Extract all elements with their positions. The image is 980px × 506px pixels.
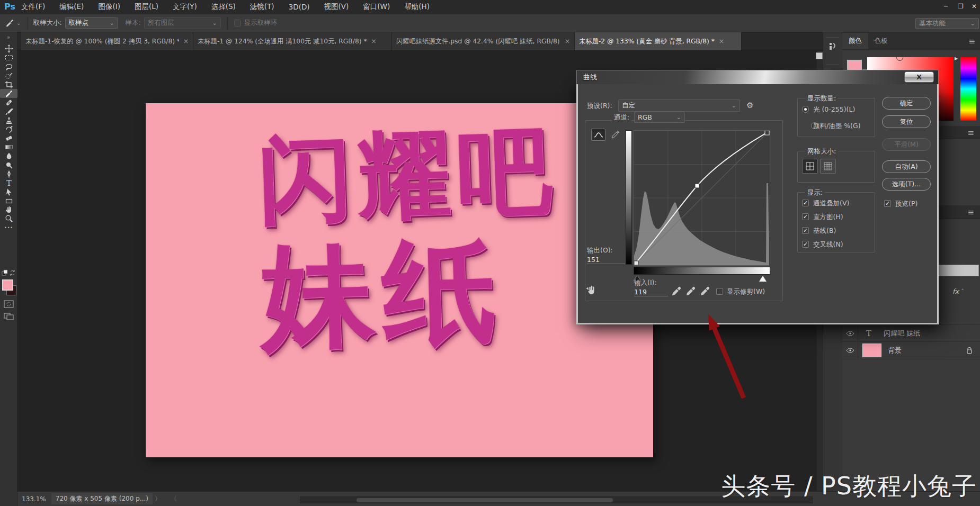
large-grid-button-selected[interactable] — [802, 159, 818, 174]
document-tab-3[interactable]: 闪耀吧妹纸源文件.psd @ 42.4% (闪耀吧 妹纸, RGB/8) *× — [392, 32, 575, 50]
fx-icon[interactable]: fx — [952, 287, 959, 295]
gray-point-eyedropper[interactable] — [685, 284, 696, 296]
document-tab-1[interactable]: 未标题-1-恢复的 @ 100% (椭圆 2 拷贝 3, RGB/8) *× — [21, 32, 193, 50]
histogram-checkbox[interactable]: ✓ — [802, 213, 809, 220]
quick-mask-icon[interactable] — [4, 300, 14, 308]
screen-mode-icon[interactable] — [4, 312, 14, 320]
edit-toolbar-ellipsis-icon[interactable]: ••• — [0, 223, 17, 232]
layer-name[interactable]: 闪耀吧 妹纸 — [884, 329, 920, 338]
spot-healing-brush-tool[interactable] — [0, 98, 17, 107]
layer-row-text[interactable]: T 闪耀吧 妹纸 — [842, 324, 980, 342]
color-panel-menu-icon[interactable]: ≡ — [968, 37, 975, 46]
panel-menu-icon[interactable]: ≡ — [967, 128, 974, 138]
hue-ramp[interactable] — [960, 57, 976, 121]
foreground-color-swatch[interactable] — [2, 279, 13, 291]
sample-size-dropdown[interactable]: 取样点⌄ — [65, 17, 118, 29]
menu-image[interactable]: 图像(I) — [98, 2, 120, 12]
tab-close-icon[interactable]: × — [565, 38, 570, 45]
tab-color[interactable]: 颜色 — [842, 33, 868, 49]
layer-visibility-toggle[interactable] — [842, 342, 858, 359]
fx-collapse-icon[interactable]: ˄ — [961, 288, 964, 295]
tab-swatches[interactable]: 色板 — [868, 33, 894, 49]
pencil-mode-button[interactable] — [608, 129, 622, 141]
layer-visibility-toggle[interactable] — [842, 325, 858, 341]
tool-preset-arrow-icon[interactable]: ⌄ — [16, 20, 21, 26]
scrollbar-top-button[interactable] — [816, 52, 823, 59]
history-panel-icon[interactable] — [826, 40, 840, 53]
pen-tool[interactable] — [0, 169, 17, 178]
preview-checkbox[interactable]: ✓ — [884, 200, 891, 207]
targeted-adjustment-tool[interactable] — [585, 283, 598, 296]
menu-type[interactable]: 文字(Y) — [173, 2, 197, 12]
default-colors-and-swap-icons[interactable] — [2, 269, 16, 277]
crop-tool[interactable] — [0, 80, 17, 89]
channel-dropdown[interactable]: RGB⌄ — [634, 112, 685, 123]
intersection-line-checkbox[interactable]: ✓ — [802, 241, 809, 248]
menu-select[interactable]: 选择(S) — [211, 2, 236, 12]
show-clipping-checkbox[interactable] — [716, 288, 723, 295]
zoom-tool[interactable] — [0, 214, 17, 223]
layer-row-background[interactable]: 背景 — [842, 342, 980, 359]
dialog-close-button[interactable]: X — [904, 71, 934, 83]
workspace-dropdown[interactable]: 基本功能⌄ — [915, 18, 979, 29]
menu-filter[interactable]: 滤镜(T) — [250, 2, 274, 12]
channel-overlays-checkbox[interactable]: ✓ — [802, 200, 809, 206]
input-value[interactable]: 119 — [634, 288, 668, 296]
reset-button[interactable]: 复位 — [882, 115, 931, 128]
white-point-slider[interactable] — [759, 276, 767, 282]
brush-tool[interactable] — [0, 107, 17, 116]
path-selection-tool[interactable] — [0, 187, 17, 196]
layer-thumbnail[interactable] — [862, 344, 881, 357]
document-info-arrow-icon[interactable]: 〉 — [155, 494, 161, 503]
curve-mode-button-selected[interactable] — [591, 129, 605, 141]
menu-file[interactable]: 文件(F) — [21, 2, 45, 12]
menu-window[interactable]: 窗口(W) — [363, 2, 390, 12]
curve-plot-area[interactable] — [634, 130, 770, 266]
preset-options-gear-icon[interactable]: ⚙ — [746, 101, 753, 110]
menu-help[interactable]: 帮助(H) — [404, 2, 430, 12]
window-close-icon[interactable]: ✕ — [972, 3, 977, 10]
tab-close-icon[interactable]: × — [719, 38, 724, 45]
preset-dropdown[interactable]: 自定⌄ — [618, 100, 740, 112]
dodge-tool[interactable] — [0, 161, 17, 170]
move-tool[interactable] — [0, 44, 17, 53]
black-point-eyedropper[interactable] — [671, 284, 681, 296]
document-tab-4-active[interactable]: 未标题-2 @ 133% (黄金 磨砂 背景, RGB/8) *× — [575, 32, 742, 50]
auto-button[interactable]: 自动(A) — [882, 160, 931, 173]
history-brush-tool[interactable] — [0, 125, 17, 134]
active-tool-eyedropper-icon[interactable] — [5, 19, 14, 28]
color-field-picker[interactable] — [896, 54, 903, 61]
clone-stamp-tool[interactable] — [0, 116, 17, 125]
zoom-level[interactable]: 133.1% — [22, 495, 46, 503]
gradient-tool[interactable] — [0, 143, 17, 152]
quick-selection-tool[interactable] — [0, 71, 17, 80]
hand-tool[interactable] — [0, 205, 17, 214]
menu-layer[interactable]: 图层(L) — [135, 2, 158, 12]
curves-dialog-titlebar[interactable]: 曲线 X — [576, 70, 939, 84]
document-tab-2[interactable]: 未标题-1 @ 124% (全场通用 满100元 减10元, RGB/8) *× — [193, 32, 392, 50]
tab-close-icon[interactable]: × — [371, 38, 377, 45]
options-button[interactable]: 选项(T)... — [882, 178, 931, 191]
eyedropper-tool-selected[interactable] — [0, 89, 17, 98]
small-grid-button[interactable] — [820, 159, 836, 174]
blur-tool[interactable] — [0, 152, 17, 161]
tab-close-icon[interactable]: × — [183, 38, 189, 45]
horizontal-scrollbar-thumb[interactable] — [357, 498, 613, 502]
eraser-tool[interactable] — [0, 134, 17, 143]
layer-name[interactable]: 背景 — [888, 346, 902, 355]
menu-edit[interactable]: 编辑(E) — [59, 2, 84, 12]
lasso-tool[interactable] — [0, 62, 17, 71]
white-point-eyedropper[interactable] — [700, 284, 710, 296]
output-value[interactable]: 151 — [587, 256, 625, 264]
menu-view[interactable]: 视图(V) — [324, 2, 349, 12]
toolbar-collapse-icon[interactable]: » — [0, 32, 17, 40]
baseline-checkbox[interactable]: ✓ — [802, 227, 809, 234]
fx-indicator[interactable]: fx ˄ — [952, 287, 964, 295]
type-tool[interactable]: T — [0, 178, 17, 187]
ok-button[interactable]: 确定 — [882, 97, 931, 110]
menu-3d[interactable]: 3D(D) — [289, 3, 310, 11]
window-minimize-icon[interactable]: ─ — [944, 3, 948, 10]
radio-light[interactable] — [802, 106, 809, 113]
rectangle-shape-tool[interactable] — [0, 196, 17, 205]
window-maximize-icon[interactable]: ❐ — [958, 3, 964, 10]
